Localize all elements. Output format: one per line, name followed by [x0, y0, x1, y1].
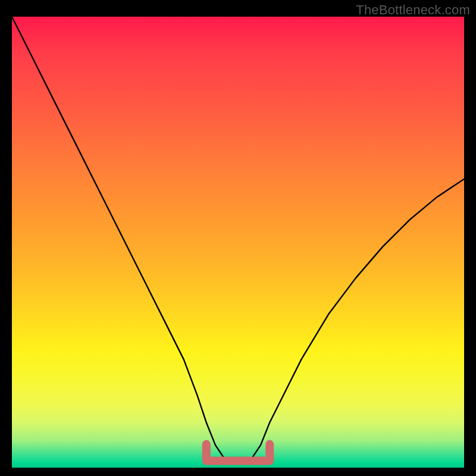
curve-layer [12, 17, 464, 468]
watermark-text: TheBottleneck.com [356, 2, 470, 18]
chart-frame: TheBottleneck.com [0, 0, 476, 476]
bottleneck-curve [12, 17, 464, 463]
plot-area [12, 17, 464, 468]
